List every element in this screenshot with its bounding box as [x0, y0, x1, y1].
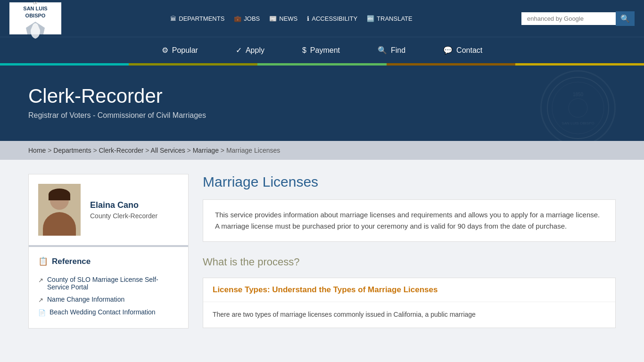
page-title: Marriage Licenses	[203, 174, 616, 190]
breadcrumb-home[interactable]: Home	[28, 147, 46, 154]
translate-icon: 🔤	[367, 15, 374, 22]
sidebar: Elaina Cano County Clerk-Recorder 📋 Refe…	[28, 174, 189, 338]
person-info: Elaina Cano County Clerk-Recorder	[90, 200, 157, 220]
checkmark-icon: ✓	[236, 46, 242, 55]
intro-text: This service provides information about …	[215, 209, 603, 232]
top-bar: COUNTY OF SAN LUIS OBISPO 🏛 DEPARTMENTS …	[0, 0, 644, 37]
main-nav: ⚙ Popular ✓ Apply $ Payment 🔍 Find 💬 Con…	[0, 37, 644, 63]
portal-link[interactable]: County of SLO Marriage License Self-Serv…	[47, 276, 179, 291]
magnify-icon: 🔍	[378, 46, 387, 55]
logo-of: OF	[21, 1, 50, 5]
name-change-link[interactable]: Name Change Information	[47, 296, 124, 303]
building-icon: 🏛	[170, 15, 176, 22]
nav-jobs[interactable]: 💼 JOBS	[234, 15, 260, 22]
dollar-icon: $	[302, 46, 306, 55]
hero-banner: 1850 SAN LUIS OBISPO Clerk-Recorder Regi…	[0, 66, 644, 141]
breadcrumb-clerk[interactable]: Clerk-Recorder	[99, 147, 143, 154]
nav-contact[interactable]: 💬 Contact	[424, 37, 501, 63]
process-card-header: License Types: Understand the Types of M…	[203, 278, 615, 302]
doc-icon: 📄	[38, 309, 46, 316]
news-icon: 📰	[269, 15, 277, 22]
process-card: License Types: Understand the Types of M…	[203, 278, 616, 328]
svg-text:1850: 1850	[573, 92, 584, 97]
nav-translate[interactable]: 🔤 TRANSLATE	[367, 15, 413, 22]
external-link-icon-1: ↗	[38, 277, 43, 284]
breadcrumb: Home > Departments > Clerk-Recorder > Al…	[0, 141, 644, 160]
nav-apply[interactable]: ✓ Apply	[217, 37, 283, 63]
beach-wedding-link[interactable]: Beach Wedding Contact Information	[50, 308, 156, 316]
breadcrumb-marriage[interactable]: Marriage	[193, 147, 219, 154]
top-nav: 🏛 DEPARTMENTS 💼 JOBS 📰 NEWS ℹ ACCESSIBIL…	[170, 15, 412, 22]
breadcrumb-all-services[interactable]: All Services	[151, 147, 185, 154]
nav-popular[interactable]: ⚙ Popular	[143, 37, 217, 63]
logo-shape	[21, 21, 50, 41]
nav-news[interactable]: 📰 NEWS	[269, 15, 297, 22]
intro-box: This service provides information about …	[203, 199, 616, 242]
license-heading: License Types: Understand the Types of M…	[213, 285, 606, 295]
svg-point-4	[569, 99, 587, 117]
gear-icon: ⚙	[162, 46, 168, 55]
license-body: There are two types of marriage licenses…	[213, 309, 606, 321]
nav-find[interactable]: 🔍 Find	[359, 37, 424, 63]
reference-links: ↗ County of SLO Marriage License Self-Se…	[38, 273, 179, 319]
list-item: ↗ County of SLO Marriage License Self-Se…	[38, 273, 179, 293]
person-title: County Clerk-Recorder	[90, 212, 157, 220]
breadcrumb-departments[interactable]: Departments	[53, 147, 91, 154]
logo-obispo: OBISPO	[21, 12, 50, 19]
list-item: 📄 Beach Wedding Contact Information	[38, 306, 179, 319]
external-link-icon-2: ↗	[38, 296, 43, 304]
breadcrumb-current: Marriage Licenses	[226, 147, 280, 154]
process-card-body: There are two types of marriage licenses…	[203, 302, 615, 328]
nav-payment[interactable]: $ Payment	[283, 37, 359, 63]
list-item: ↗ Name Change Information	[38, 293, 179, 306]
main-content: Marriage Licenses This service provides …	[203, 174, 616, 338]
book-icon: 📋	[38, 256, 48, 266]
content-area: Elaina Cano County Clerk-Recorder 📋 Refe…	[0, 160, 644, 352]
svg-point-1	[552, 82, 604, 134]
chat-icon: 💬	[443, 46, 453, 55]
reference-section: 📋 Reference ↗ County of SLO Marriage Lic…	[29, 247, 188, 328]
logo-area: COUNTY OF SAN LUIS OBISPO	[9, 2, 61, 34]
nav-departments[interactable]: 🏛 DEPARTMENTS	[170, 15, 224, 22]
search-icon: 🔍	[620, 15, 630, 23]
search-input[interactable]	[521, 12, 616, 25]
hero-title: Clerk-Recorder	[28, 85, 616, 107]
svg-point-0	[547, 77, 609, 139]
search-button[interactable]: 🔍	[616, 11, 635, 26]
accessibility-icon: ℹ	[307, 15, 309, 22]
reference-heading: 📋 Reference	[38, 256, 179, 266]
county-seal: 1850 SAN LUIS OBISPO	[540, 70, 616, 141]
nav-accessibility[interactable]: ℹ ACCESSIBILITY	[307, 15, 357, 22]
briefcase-icon: 💼	[234, 15, 241, 22]
person-name: Elaina Cano	[90, 200, 157, 210]
avatar	[38, 184, 81, 236]
person-card: Elaina Cano County Clerk-Recorder 📋 Refe…	[28, 174, 189, 329]
process-heading: What is the process?	[203, 256, 616, 268]
logo[interactable]: COUNTY OF SAN LUIS OBISPO	[9, 2, 61, 34]
search-area: 🔍	[521, 11, 635, 26]
hero-subtitle: Registrar of Voters - Commissioner of Ci…	[28, 111, 616, 120]
logo-san-luis: SAN LUIS	[21, 5, 50, 12]
svg-text:SAN LUIS OBISPO: SAN LUIS OBISPO	[561, 121, 594, 125]
